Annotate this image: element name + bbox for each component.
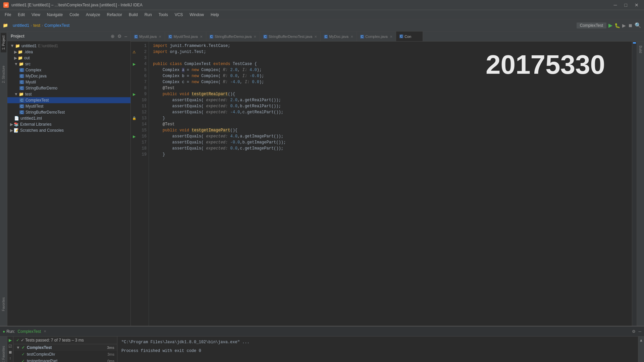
tree-test-folder[interactable]: ▼ 📁 test [7,91,130,97]
tree-iml[interactable]: 📄 untitled1.iml [7,115,130,121]
bottom-panel-header: ● Run: ComplexTest ✕ ⚙ ─ [0,326,644,337]
run-controls-panel: ▶ ☑ ⏹ ↕ ↓ ⊞ ⊟ ↑ [7,337,13,362]
menu-item-edit[interactable]: Edit [14,11,28,18]
tree-idea[interactable]: ▶ 📁 .idea [7,49,130,55]
code-line-19: } [153,152,632,158]
stop-button[interactable]: ⏹ [628,23,633,28]
menu-item-file[interactable]: File [1,11,14,18]
tab-sbdtest-close[interactable]: ✕ [314,35,317,39]
menu-item-tools[interactable]: Tools [155,11,171,18]
scroll-minimap[interactable] [632,42,637,326]
tab-myutil[interactable]: C Myutil.java ✕ [131,32,165,41]
minimize-button[interactable]: ─ [612,2,619,8]
run-button[interactable]: ▶ [608,22,612,28]
favorites-side-tab[interactable]: 2: Favorites [0,337,7,362]
favorites-label[interactable]: 2: Favorites [1,343,6,362]
tab-myutiltest-label: MyutilTest.java [173,35,198,39]
test-item-imagepart[interactable]: ✓ testgetImagePart 0ms [13,358,117,362]
stop-test-btn[interactable]: ⏹ [8,350,12,355]
debug-button[interactable]: 🐛 [614,23,620,28]
code-content[interactable]: import junit.framework.TestCase; import … [149,42,632,326]
rerun-failed-btn[interactable]: ☑ [8,344,12,349]
tab-sbd[interactable]: C StringBufferDemo.java ✕ [206,32,260,41]
tab-con[interactable]: C Con [396,32,423,41]
sbd-icon: C [19,86,24,90]
console-output: "C:\Program Files\Java\jdk1.8.0_102\bin\… [117,337,638,362]
test-item-complexdiv[interactable]: ✓ testComplexDiv 3ms [13,351,117,358]
structure-tab[interactable]: 2: Structure [1,63,6,86]
search-everywhere[interactable]: 🔍 [635,22,641,28]
check-div: ✓ [21,352,25,357]
tab-complex-close[interactable]: ✕ [390,35,392,39]
tab-myutiltest-close[interactable]: ✕ [200,35,203,39]
maximize-button[interactable]: □ [623,2,629,8]
code-editor[interactable]: ⚠ ▶ ▶ 🔒 ▶ 12345 678910 1112131415 [131,42,644,326]
tree-stringbufferdemo[interactable]: C StringBufferDemo [7,85,130,91]
folder-out-icon: 📁 [18,56,23,60]
tab-mydoc-close[interactable]: ✕ [351,35,353,39]
tree-root[interactable]: ▼ 📁 untitled1 E:\untitled1 [7,43,130,49]
sbdtest-label: StringBufferDemoTest [25,110,65,115]
run-btn[interactable]: ▶ [9,338,12,343]
breadcrumb-folder[interactable]: test [33,23,40,28]
build-right-tab[interactable]: Build [637,42,644,326]
tab-sbdtest-label: StringBufferDemoTest.java [269,35,313,39]
tab-sbd-label: StringBufferDemo.java [215,35,252,39]
sort-btn[interactable]: ↕ [9,356,11,360]
minimize-panel-icon[interactable]: ─ [638,329,641,334]
close-run-tab[interactable]: ✕ [44,329,46,333]
menu-item-run[interactable]: Run [141,11,155,18]
collapse-icon[interactable]: – [124,34,127,39]
tab-sbd-close[interactable]: ✕ [254,35,256,39]
scratches-label: Scratches and Consoles [20,128,64,133]
bottom-panel: ● Run: ComplexTest ✕ ⚙ ─ 2: Favorites ▶ … [0,326,644,362]
scroll-up-arrow[interactable]: ▲ [639,338,643,343]
settings-icon[interactable]: ⚙ [117,34,122,39]
tree-scratches[interactable]: ▶ 📝 Scratches and Consoles [7,127,130,133]
tree-src[interactable]: ▼ 📁 src [7,61,130,67]
tree-sbdtest[interactable]: C StringBufferDemoTest [7,109,130,115]
nav-project-icon: 📁 [3,23,8,28]
check-imgpart: ✓ [21,359,25,362]
menu-item-refactor[interactable]: Refactor [104,11,125,18]
close-button[interactable]: ✕ [633,2,641,8]
code-line-17: assertEquals( expected: -0.0,b.getImageP… [153,139,632,145]
test-imgpart-name: testgetImagePart [27,359,57,362]
folder-src-icon: 📁 [19,62,24,66]
tab-complex[interactable]: C Complex.java ✕ [357,32,396,41]
settings-gear-icon[interactable]: ⚙ [632,329,636,334]
menu-item-window[interactable]: Window [186,11,207,18]
tree-external[interactable]: ▶ 📚 External Libraries [7,121,130,127]
tree-complex[interactable]: C Complex [7,67,130,73]
tab-mydoc[interactable]: C MyDoc.java ✕ [321,32,357,41]
tree-mydoc[interactable]: C MyDoc.java [7,73,130,79]
breadcrumb-project[interactable]: untitled1 [13,23,29,28]
code-line-4: public class ComplexTest extends TestCas… [153,61,632,67]
code-line-6: Complex b = new Complex( R: 0.0, I: -0.0… [153,73,632,79]
menu-item-build[interactable]: Build [125,11,141,18]
add-content-icon[interactable]: ⊕ [111,34,115,39]
run-with-coverage[interactable]: ▶ [622,23,626,28]
test-item-complextest[interactable]: ▼ ✓ ComplexTest 3ms [13,344,117,351]
breadcrumb-file[interactable]: ComplexTest [44,23,69,28]
menu-item-code[interactable]: Code [66,11,83,18]
menu-item-navigate[interactable]: Navigate [44,11,66,18]
menu-item-help[interactable]: Help [207,11,222,18]
project-sidebar: Project ⊕ ⚙ – ▼ 📁 untitled1 E:\untitled1… [7,32,131,326]
tree-myutil[interactable]: C Myutil [7,79,130,85]
tab-sbdtest[interactable]: C StringBufferDemoTest.java ✕ [260,32,321,41]
menu-item-vcs[interactable]: VCS [171,11,186,18]
collapse-test-icon: ▼ [14,92,18,97]
code-line-15: public void testgetImagePart(){ [153,127,632,133]
tab-myutiltest[interactable]: C MyutilTest.java ✕ [165,32,206,41]
tree-complextest[interactable]: C ComplexTest [7,97,130,103]
tab-myutil-close[interactable]: ✕ [159,35,161,39]
iml-icon: 📄 [14,116,19,121]
tree-myutiltest[interactable]: C MyutilTest [7,103,130,109]
menu-item-analyze[interactable]: Analyze [83,11,104,18]
project-tab[interactable]: 1: Project [1,33,6,52]
favorites-icon[interactable]: Favorites [0,296,7,312]
menu-item-view[interactable]: View [28,11,44,18]
build-tab-label[interactable]: Build [638,43,643,56]
tree-out[interactable]: ▶ 📁 out [7,55,130,61]
